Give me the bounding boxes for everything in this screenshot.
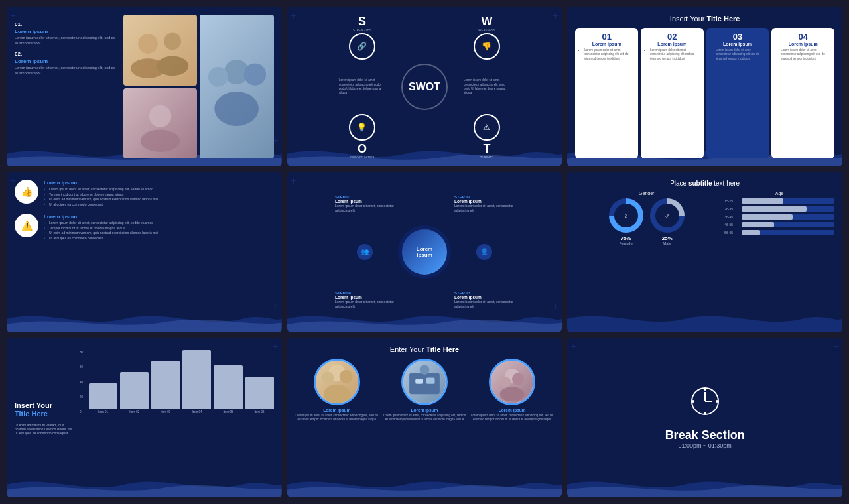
circle-photo-2	[401, 359, 448, 405]
info-box-3: 03 Lorem ipsum Lorem ipsum dolor sit ame…	[706, 28, 769, 158]
team-photo-3	[123, 88, 197, 159]
age-range-label: 36-45	[724, 215, 739, 219]
circle-photo-1	[314, 359, 360, 405]
swot-w-word: WEAKNESS	[474, 29, 500, 32]
item-title: Lorem ipsum	[15, 29, 118, 34]
slide-break: + + Break Section 01:00pm ~ 01:30pm	[567, 338, 842, 497]
svg-point-7	[244, 63, 266, 85]
bar-item-2: Item 02	[120, 372, 149, 414]
swot-t-word: THREATS	[474, 156, 500, 159]
slide3-title: Insert Your Title Here	[575, 15, 834, 23]
box-title: Lorem ipsum	[789, 42, 818, 46]
deco-plus: +	[570, 341, 576, 353]
box-title: Lorem ipsum	[657, 42, 686, 46]
step4-title: Lorem ipsum	[335, 295, 395, 300]
photo-text-1: Lorem ipsum dolor sit amet, consectetur …	[295, 414, 379, 422]
female-donut: ♀	[609, 198, 643, 233]
item-num: 01.	[15, 21, 118, 27]
gender-label: Gender	[575, 191, 718, 196]
photo-title-2: Lorem ipsum	[411, 408, 438, 412]
y-label: 60	[80, 365, 88, 369]
title-prefix: Insert Your	[670, 15, 707, 23]
box-title: Lorem ipsum	[723, 42, 752, 46]
slide6-title: Place subtitle text here	[575, 180, 834, 187]
svg-point-0	[138, 34, 158, 54]
box-num: 04	[798, 32, 807, 42]
svg-point-21	[500, 387, 525, 401]
title-prefix: Place	[670, 180, 688, 187]
step3-text: Lorem ipsum dolor sit amet, consectetur …	[454, 300, 514, 308]
bar-4	[182, 350, 211, 409]
female-pct: 75%	[621, 235, 631, 241]
bar-item-5: Item 05	[214, 365, 242, 414]
male-pct: 25%	[662, 235, 673, 241]
female-icon: ♀	[614, 204, 638, 227]
bar-label-3: Item 03	[161, 410, 170, 414]
male-icon: ♂	[655, 204, 679, 227]
male-donut: ♂	[650, 198, 685, 233]
bullet-list-1: Lorem ipsum dolor sit amet, consectetur …	[44, 187, 158, 207]
bullet-list-2: Lorem ipsum dolor sit amet, consectetur …	[44, 221, 158, 241]
svg-point-26	[704, 412, 706, 414]
bullet-item: Tempor incididunt ut labore et dolores m…	[44, 226, 158, 231]
box-text: Lorem ipsum dolor sit amet consectetur a…	[584, 48, 635, 61]
step1-text: Lorem ipsum dolor sit amet, consectetur …	[335, 204, 395, 212]
swot-o-word: OPPORTUNITIES	[349, 156, 375, 159]
bullet-section-2: ⚠️ Lorem ipsum Lorem ipsum dolor sit ame…	[15, 214, 274, 241]
step4-text: Lorem ipsum dolor sit amet, consectetur …	[335, 300, 395, 308]
bullet-item: Tempor incididunt ut labore et dolore ma…	[44, 192, 158, 198]
age-range-label: 15-25	[724, 199, 739, 203]
box-title: Lorem ipsum	[592, 42, 621, 46]
bullet-item: Lorem ipsum dolor sit amet, consectetur …	[44, 221, 158, 226]
swot-w-letter: W	[474, 15, 500, 29]
svg-rect-16	[426, 377, 435, 383]
svg-point-1	[164, 32, 181, 50]
bullet-item: Ut aliquipex ea commodo consequat	[44, 236, 158, 241]
info-box-4: 04 Lorem ipsum Lorem ipsum dolor sit ame…	[771, 28, 834, 158]
box-text: Lorem ipsum dolor sit amet consectetur a…	[716, 48, 767, 61]
box-text: Lorem ipsum dolor sit amet consectetur a…	[650, 48, 701, 61]
bullet-item: Lorem ipsum dolor sit amet, consectetur …	[44, 187, 158, 192]
title-end: text here	[712, 180, 740, 187]
wave-decoration	[7, 306, 282, 332]
bar-label-6: Item 06	[255, 410, 265, 414]
bar-6	[245, 377, 274, 409]
svg-point-9	[141, 129, 180, 151]
bar-chart-area: Item 01 Item 02 Item 03 Item 04	[89, 351, 274, 424]
title-bold: Title Here	[426, 346, 459, 353]
svg-point-13	[339, 369, 352, 383]
photo-title-3: Lorem ipsum	[499, 408, 526, 412]
svg-point-5	[215, 92, 259, 126]
bullet-title-2: Lorem ipsum	[44, 214, 158, 220]
slide-process: + + STEP 01. Lorem ipsum Lorem ipsum dol…	[287, 172, 562, 332]
swot-o-letter: O	[349, 142, 375, 156]
step2-title: Lorem ipsum	[454, 199, 514, 204]
slide-bar-chart: + Insert Your Title Here Ut enim ad mini…	[7, 338, 282, 497]
bar-3	[151, 361, 180, 409]
wave-decoration	[567, 472, 842, 497]
chart-title: Insert Your Title Here	[15, 401, 74, 418]
gender-circles: ♀ 75% Female ♂ 25% Male	[575, 198, 718, 245]
bar-item-1: Item 01	[89, 383, 117, 414]
slide8-title: Enter Your Title Here	[295, 346, 555, 353]
svg-point-28	[716, 400, 718, 403]
age-bar-row: 15-25	[724, 198, 834, 204]
bullet-icon-2: ⚠️	[15, 214, 38, 237]
item-text: Lorem ipsum dolor sit amet, consectetur …	[15, 66, 118, 76]
photo-item-2: Lorem ipsum Lorem ipsum dolor sit amet, …	[383, 359, 466, 422]
y-label: 20	[80, 395, 88, 399]
break-time: 01:00pm ~ 01:30pm	[679, 442, 732, 449]
swot-w-icon: 👎	[482, 42, 491, 51]
swot-left-text: Lorem ipsum dolor sit amet consectetur a…	[339, 78, 385, 95]
bar-label-5: Item 05	[223, 410, 233, 414]
swot-s-letter: S	[349, 15, 375, 29]
step1-title: Lorem ipsum	[335, 199, 395, 204]
svg-point-19	[501, 377, 511, 387]
slide-numbered-boxes: Insert Your Title Here 01 Lorem ipsum Lo…	[567, 7, 842, 166]
center-circle: Lorem ipsum	[398, 225, 451, 279]
title-prefix: Enter Your	[390, 346, 426, 353]
step3-title: Lorem ipsum	[454, 295, 514, 300]
age-bar-row: 26-35	[724, 206, 834, 212]
age-bar-bg	[742, 198, 834, 204]
photo-item-3: Lorem ipsum Lorem ipsum dolor sit amet, …	[470, 359, 554, 422]
